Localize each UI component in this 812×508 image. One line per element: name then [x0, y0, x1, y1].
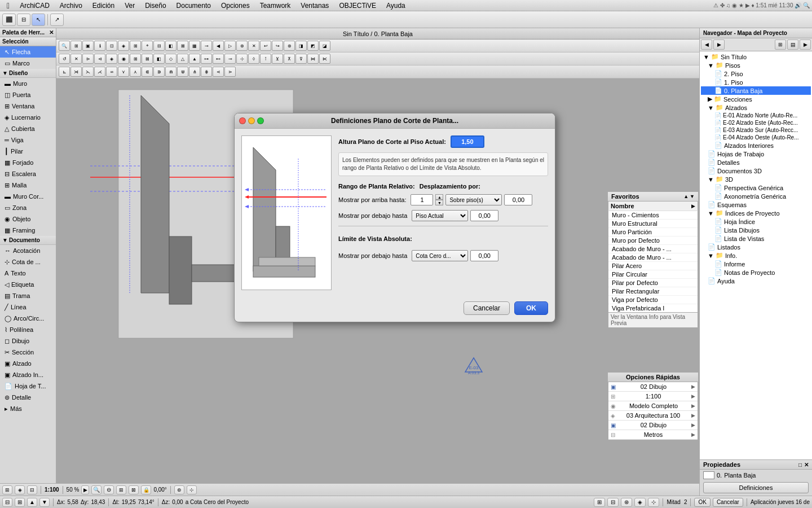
piso-actual-select[interactable]: Piso Actual [412, 210, 468, 221]
menu-teamwork[interactable]: Teamwork [255, 1, 295, 10]
ctb3-h[interactable]: ⋐ [142, 67, 153, 77]
tree-alzados[interactable]: ▼ 📁 Alzados [701, 103, 811, 112]
ctb3-o[interactable]: ⋗ [224, 67, 236, 77]
ctb2-l[interactable]: ▲ [189, 54, 200, 64]
cota-cero-select[interactable]: Cota Cero d... [412, 250, 468, 261]
tree-docs3d[interactable]: 📄 Documentos 3D [701, 167, 811, 175]
tool-alzado-in[interactable]: ▣ Alzado In... [0, 369, 56, 380]
tool-zona[interactable]: ▭ Zona [0, 202, 56, 213]
sb-angle-lock[interactable]: 🔒 [141, 485, 151, 494]
tree-detalles[interactable]: 📄 Detalles [701, 158, 811, 167]
nav-btn-3[interactable]: ▶ [800, 40, 811, 50]
ctb3-k[interactable]: ⋓ [177, 67, 188, 77]
tree-info[interactable]: ▼ 📁 Info. [701, 251, 811, 260]
vb-snap-btn-2[interactable]: ⊟ [607, 498, 619, 507]
tree-e03[interactable]: 📄 E-03 Alzado Sur (Auto-Recc... [701, 126, 811, 134]
fav-item-6[interactable]: Pilar Acero [608, 262, 698, 270]
ctb2-w[interactable]: ⋉ [319, 54, 330, 64]
ctb-btn-d[interactable]: ⊡ [106, 41, 117, 51]
arriba-number-input[interactable] [411, 194, 433, 205]
vb-btn-4[interactable]: ▼ [39, 498, 50, 507]
ctb2-u[interactable]: ⊽ [295, 54, 307, 64]
ctb-btn-v[interactable]: ◪ [319, 41, 330, 51]
tool-puerta[interactable]: ◫ Puerta [0, 89, 56, 100]
ctb-btn-l[interactable]: ⊸ [201, 41, 212, 51]
menu-ayuda[interactable]: Ayuda [382, 1, 410, 10]
tool-forjado[interactable]: ▦ Forjado [0, 157, 56, 168]
tool-acotacion[interactable]: ↔ Acotación [0, 245, 56, 256]
ctb2-e[interactable]: ◈ [106, 54, 117, 64]
tool-trama[interactable]: ▤ Trama [0, 290, 56, 301]
ctb2-s[interactable]: ⊻ [272, 54, 283, 64]
vb-cancel-button[interactable]: Cancelar [713, 498, 743, 507]
abajo-offset-input[interactable] [470, 210, 498, 221]
sb-play[interactable]: ▶ [81, 485, 89, 494]
tree-informe[interactable]: 📄 Informe [701, 260, 811, 268]
ctb2-g[interactable]: ⊞ [130, 54, 141, 64]
sb-zoom-out[interactable]: ⊖ [104, 485, 114, 494]
sb-icon-3[interactable]: ⊟ [27, 485, 37, 494]
ctb2-q[interactable]: ◊ [248, 54, 259, 64]
fav-item-8[interactable]: Pilar por Defecto [608, 279, 698, 287]
qo-item-0[interactable]: ▣ 02 Dibujo ▶ [608, 382, 698, 392]
tree-lista-dibujos[interactable]: 📄 Lista Dibujos [701, 226, 811, 234]
tree-hojas[interactable]: 📄 Hojas de Trabajo [701, 150, 811, 158]
ctb-btn-o[interactable]: ⊛ [236, 41, 248, 51]
tool-cubierta[interactable]: △ Cubierta [0, 123, 56, 134]
ctb3-n[interactable]: ⋖ [213, 67, 224, 77]
tool-arco[interactable]: ◯ Arco/Circ... [0, 313, 56, 324]
ctb-btn-h[interactable]: ⊟ [153, 41, 165, 51]
fav-item-9[interactable]: Pilar Rectangular [608, 287, 698, 296]
ctb-btn-n[interactable]: ▷ [224, 41, 236, 51]
fav-sort-down[interactable]: ▼ [690, 194, 695, 199]
tree-planta-baja[interactable]: 📄 0. Planta Baja [701, 86, 811, 95]
fav-item-5[interactable]: Acabado de Muro - ... [608, 253, 698, 262]
tb-btn-arrow[interactable]: ↗ [50, 14, 64, 26]
vb-btn-3[interactable]: ▲ [27, 498, 37, 507]
menu-objective[interactable]: OBJECTiVE [334, 1, 381, 10]
vb-snap-btn-5[interactable]: ⊹ [648, 498, 659, 507]
ctb-btn-j[interactable]: ⊠ [177, 41, 188, 51]
tool-hoja[interactable]: 📄 Hoja de T... [0, 380, 56, 392]
ctb2-n[interactable]: ⊷ [213, 54, 224, 64]
ctb3-m[interactable]: ⋕ [201, 67, 212, 77]
sb-snap-1[interactable]: ⊛ [174, 485, 184, 494]
tree-3d[interactable]: ▼ 📁 3D [701, 175, 811, 183]
ctb3-j[interactable]: ⋒ [165, 67, 176, 77]
menu-edicion[interactable]: Edición [88, 1, 119, 10]
ctb-btn-e[interactable]: ◈ [118, 41, 129, 51]
limite-num-input[interactable] [470, 250, 498, 261]
tool-escalera[interactable]: ⊟ Escalera [0, 168, 56, 179]
vb-snap-btn-4[interactable]: ◈ [634, 498, 646, 507]
tool-texto[interactable]: A Texto [0, 268, 56, 279]
nav-btn-back[interactable]: ◀ [701, 40, 712, 50]
tree-listados[interactable]: 📄 Listados [701, 243, 811, 251]
arriba-stepper-up[interactable]: ▲ [435, 194, 443, 200]
ctb2-t[interactable]: ⊼ [284, 54, 295, 64]
dialog-maximize-btn[interactable] [257, 117, 264, 124]
ctb2-d[interactable]: ⊲ [94, 54, 105, 64]
fav-item-2[interactable]: Muro Partición [608, 228, 698, 237]
ctb-btn-i[interactable]: ◧ [165, 41, 176, 51]
ctb2-p[interactable]: ⊹ [236, 54, 248, 64]
ctb2-k[interactable]: △ [177, 54, 188, 64]
qo-item-1[interactable]: ⊞ 1:100 ▶ [608, 392, 698, 401]
tb-btn-1[interactable]: ⬛ [2, 14, 16, 26]
fav-footer[interactable]: Ver la Ventana Info para Vista Previa [608, 313, 698, 328]
tree-1piso[interactable]: 📄 1. Piso [701, 78, 811, 86]
section-diseno[interactable]: ▼ Diseño [0, 69, 56, 78]
tool-pilar[interactable]: ┃ Pilar [0, 146, 56, 157]
qo-item-2[interactable]: ◉ Modelo Completo ▶ [608, 401, 698, 411]
vb-btn-2[interactable]: ⊞ [15, 498, 25, 507]
ctb-btn-s[interactable]: ⊛ [284, 41, 295, 51]
ctb-btn-t[interactable]: ◨ [295, 41, 307, 51]
tree-notas[interactable]: 📄 Notas de Proyecto [701, 268, 811, 277]
vb-ok-button[interactable]: OK [694, 498, 710, 507]
sb-zoom-fit[interactable]: ⊞ [116, 485, 126, 494]
ctb3-i[interactable]: ⋑ [153, 67, 165, 77]
tree-indices[interactable]: ▼ 📁 Índices de Proyecto [701, 209, 811, 217]
ctb2-i[interactable]: ◧ [153, 54, 165, 64]
tb-btn-select[interactable]: ↖ [32, 14, 45, 26]
prop-close-btn[interactable]: ✕ [804, 462, 809, 468]
ctb3-a[interactable]: ⊾ [59, 67, 70, 77]
